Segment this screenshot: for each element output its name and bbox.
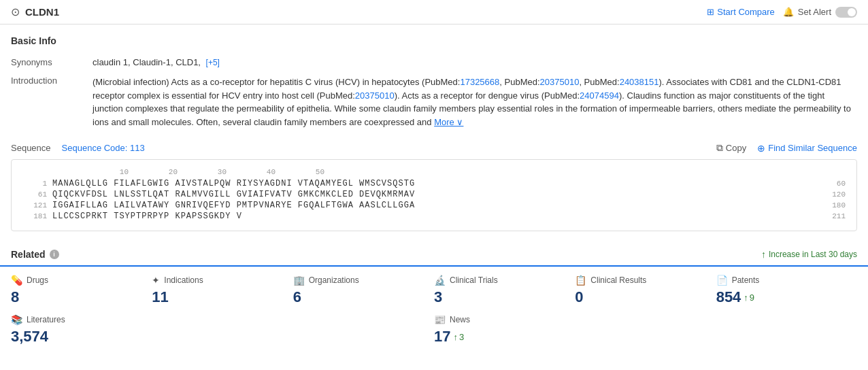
introduction-row: Introduction (Microbial infection) Acts … <box>11 73 857 134</box>
compare-icon: ⊞ <box>707 7 714 17</box>
stat-icon: 📰 <box>434 314 446 325</box>
stat-value[interactable]: 0 <box>575 288 705 306</box>
stat-value[interactable]: 854 ↑ 9 <box>716 288 846 306</box>
stat-label-text: Clinical Results <box>590 275 646 285</box>
intro-text: (Microbial infection) Acts as a co-recep… <box>93 77 851 127</box>
pubmed4-link[interactable]: 20375010 <box>355 90 395 101</box>
stat-label: 🏢 Organizations <box>293 275 423 286</box>
stat-number: 3 <box>434 288 442 305</box>
synonyms-text: claudin 1, Claudin-1, CLD1, <box>93 57 203 67</box>
introduction-value: (Microbial infection) Acts as a co-recep… <box>93 73 857 134</box>
sequence-rows: 1 MANAGLQLLG FILAFLGWIG AIVSTALPQW RIYSY… <box>22 179 846 221</box>
increase-label-text: Increase in Last 30 days <box>769 250 857 259</box>
seq-left: Sequence Sequence Code: 113 <box>11 143 145 153</box>
stat-label: 💊 Drugs <box>11 275 141 286</box>
stat-label: ✦ Indications <box>152 275 282 286</box>
seq-residues: LLCCSCPRKT TSYPTPRPYP KPAPSSGKDY V <box>52 212 816 221</box>
arrow-up-icon: ↑ <box>761 249 766 260</box>
related-info-icon[interactable]: i <box>50 250 59 259</box>
stat-number: 6 <box>293 288 301 305</box>
stat-item: 📰 News 17 ↑ 3 <box>434 314 857 346</box>
synonyms-plus-link[interactable]: [+5] <box>206 58 220 67</box>
sequence-row: 61 QIQCKVFDSL LNLSSTLQAT RALMVVGILL GVIA… <box>22 190 846 199</box>
stat-icon: 🏢 <box>293 275 305 286</box>
stat-number: 11 <box>152 288 168 305</box>
page-title: CLDN1 <box>25 6 59 18</box>
seq-num-right: 60 <box>821 180 846 188</box>
search-circle-icon: ⊕ <box>757 143 765 154</box>
introduction-label: Introduction <box>11 73 93 134</box>
related-header: Related i ↑ Increase in Last 30 days <box>0 242 868 265</box>
stat-icon: ✦ <box>152 275 160 286</box>
seq-residues: IGGAIFLLAG LAILVATAWY GNRIVQEFYD PMTPVNA… <box>52 201 816 210</box>
basic-info-table: Synonyms claudin 1, Claudin-1, CLD1, [+5… <box>11 54 857 134</box>
pubmed3-link[interactable]: 24038151 <box>620 77 659 87</box>
synonyms-row: Synonyms claudin 1, Claudin-1, CLD1, [+5… <box>11 54 857 73</box>
stat-item: 💊 Drugs 8 <box>11 275 152 306</box>
seq-num-left: 121 <box>22 201 47 209</box>
gene-icon: ⊙ <box>11 5 20 18</box>
sequence-code-link[interactable]: Sequence Code: 113 <box>62 143 145 153</box>
find-similar-button[interactable]: ⊕ Find Similar Sequence <box>757 143 857 154</box>
stat-label-text: Literatures <box>27 315 65 324</box>
copy-button[interactable]: ⧉ Copy <box>716 142 746 154</box>
stat-item: ✦ Indications 11 <box>152 275 293 306</box>
related-title: Related <box>11 249 46 260</box>
stats-section: 💊 Drugs 8 ✦ Indications 11 🏢 Organizatio… <box>0 265 868 354</box>
stat-label: 🔬 Clinical Trials <box>434 275 564 286</box>
synonyms-label: Synonyms <box>11 54 93 73</box>
stat-number: 0 <box>575 288 583 305</box>
sequence-row: 1 MANAGLQLLG FILAFLGWIG AIVSTALPQW RIYSY… <box>22 179 846 188</box>
stat-value[interactable]: 8 <box>11 288 141 306</box>
stat-icon: 📋 <box>575 275 586 286</box>
sequence-row: 121 IGGAIFLLAG LAILVATAWY GNRIVQEFYD PMT… <box>22 201 846 210</box>
stat-value[interactable]: 11 <box>152 288 282 306</box>
sequence-label: Sequence <box>11 143 51 153</box>
related-section: Related i ↑ Increase in Last 30 days 💊 D… <box>0 242 868 354</box>
header-right: ⊞ Start Compare 🔔 Set Alert <box>707 7 857 18</box>
arrow-up-icon: ↑ <box>453 332 458 342</box>
sequence-header: Sequence Sequence Code: 113 ⧉ Copy ⊕ Fin… <box>11 142 857 154</box>
seq-ruler: 10 20 30 40 50 <box>22 168 846 176</box>
seq-num-right: 180 <box>821 201 846 209</box>
stat-number: 17 <box>434 328 450 346</box>
stat-increase: ↑ 9 <box>744 292 754 303</box>
stat-increase: ↑ 3 <box>453 332 464 342</box>
sequence-section: Sequence Sequence Code: 113 ⧉ Copy ⊕ Fin… <box>11 142 857 231</box>
seq-num-left: 61 <box>22 190 47 199</box>
header: ⊙ CLDN1 ⊞ Start Compare 🔔 Set Alert <box>0 0 868 24</box>
main-content: Basic Info Synonyms claudin 1, Claudin-1… <box>0 24 868 231</box>
stat-number: 3,574 <box>11 328 48 345</box>
set-alert-toggle[interactable] <box>835 7 857 18</box>
stat-item: 📄 Patents 854 ↑ 9 <box>716 275 857 306</box>
stat-label: 📄 Patents <box>716 275 846 286</box>
header-left: ⊙ CLDN1 <box>11 5 59 18</box>
pubmed1-link[interactable]: 17325668 <box>460 77 499 87</box>
seq-num-right: 211 <box>821 212 846 220</box>
start-compare-button[interactable]: ⊞ Start Compare <box>707 7 775 17</box>
stat-label-text: Organizations <box>309 275 359 285</box>
stat-value[interactable]: 17 ↑ 3 <box>434 328 846 346</box>
stat-item: 📋 Clinical Results 0 <box>575 275 716 306</box>
copy-icon: ⧉ <box>716 142 723 154</box>
intro-mid4: ). Acts as a receptor for dengue virus (… <box>395 90 580 101</box>
related-title-wrap: Related i <box>11 249 59 260</box>
stat-value[interactable]: 3,574 <box>11 328 423 346</box>
stat-label-text: Indications <box>164 275 203 285</box>
stat-icon: 📚 <box>11 314 22 325</box>
pubmed2-link[interactable]: 20375010 <box>540 77 580 87</box>
stat-value[interactable]: 6 <box>293 288 423 306</box>
stat-label-text: Patents <box>732 275 760 285</box>
pubmed5-link[interactable]: 24074594 <box>580 90 619 101</box>
seq-residues: MANAGLQLLG FILAFLGWIG AIVSTALPQW RIYSYAG… <box>52 179 816 188</box>
more-link[interactable]: More ∨ <box>434 117 463 127</box>
sequence-box: 10 20 30 40 50 1 MANAGLQLLG FILAFLGWIG A… <box>11 159 857 231</box>
increase-label: ↑ Increase in Last 30 days <box>761 249 857 260</box>
sequence-actions: ⧉ Copy ⊕ Find Similar Sequence <box>716 142 857 154</box>
intro-mid1: , PubMed: <box>499 77 539 87</box>
stat-label-text: Drugs <box>27 275 48 285</box>
stat-icon: 🔬 <box>434 275 446 286</box>
stat-label-text: Clinical Trials <box>450 275 498 285</box>
stat-value[interactable]: 3 <box>434 288 564 306</box>
bell-icon: 🔔 <box>783 7 794 17</box>
